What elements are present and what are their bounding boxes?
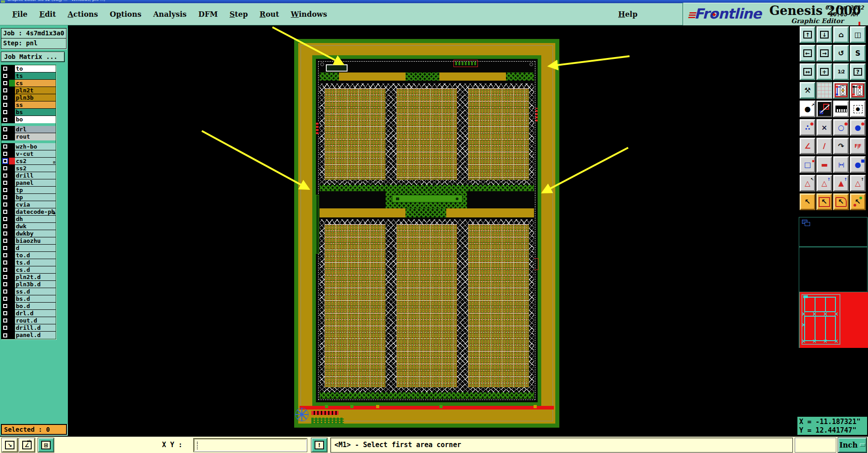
menu-options[interactable]: Options [104,7,148,21]
layer-row-cs[interactable]: cs [1,80,56,87]
net-pointer-select-button[interactable]: ↖ [850,193,866,210]
layer-row-pln3b[interactable]: pln3b [1,94,56,101]
layer-row-pln2t.d[interactable]: pln2t.d [1,274,56,281]
menu-analysis[interactable]: Analysis [147,7,192,21]
layer-checkbox-tp[interactable] [1,187,9,193]
layer-row-ss.d[interactable]: ss.d [1,288,56,295]
view-frame-up-button[interactable]: ↑ [800,26,816,43]
layer-checkbox-bo[interactable] [1,116,9,123]
menu-actions[interactable]: Actions [62,7,104,21]
layer-checkbox-datecode-pb[interactable] [1,208,9,215]
layer-row-bs[interactable]: bs [1,109,56,116]
layer-row-dwk[interactable]: dwk [1,223,56,230]
layer-checkbox-panel.d[interactable] [1,332,9,339]
minimap[interactable]: ×× ×× ×× ×× × [799,292,868,348]
layer-row-to[interactable]: to [1,65,56,72]
help-tool-button[interactable]: ? [850,63,866,80]
contour-tool-4-button[interactable]: △↑ [850,175,866,192]
grid-toggle-button[interactable] [816,82,832,99]
view-frame-down-button[interactable]: ↓ [816,26,832,43]
layer-row-cvia[interactable]: cvia [1,201,56,208]
layer-row-ts.d[interactable]: ts.d [1,259,56,266]
move-feature-button[interactable]: ●● [850,119,866,136]
layer-checkbox-pln2t[interactable] [1,87,9,94]
stretch-line-button[interactable]: ▬ [816,156,832,173]
layer-row-dh[interactable]: dh [1,216,56,223]
layer-row-ts[interactable]: ts [1,72,56,80]
layer-checkbox-ss[interactable] [1,101,9,108]
layer-checkbox-drill.d[interactable] [1,324,9,331]
layer-row-cs.d[interactable]: cs.d [1,266,56,274]
layer-display-button[interactable] [833,82,849,99]
zoom-ratio-1-2-button[interactable]: 1:2 [833,63,849,80]
layer-row-bp[interactable]: bp [1,194,56,201]
layer-checkbox-rout.d[interactable] [1,317,9,324]
split-window-xy-button[interactable]: ◫ [850,26,866,43]
layer-checkbox-drl.d[interactable] [1,310,9,317]
rotate-feature-button[interactable]: ↷ [833,138,849,154]
menu-file[interactable]: File [6,7,33,21]
layer-checkbox-pln3b[interactable] [1,94,9,101]
layer-checkbox-ss.d[interactable] [1,288,9,295]
layer-checkbox-cs.d[interactable] [1,266,9,273]
layer-checkbox-drl[interactable] [1,126,9,133]
select-reference-button[interactable] [816,101,832,117]
menu-step[interactable]: Step [224,7,253,21]
layer-row-bo[interactable]: bo [1,116,56,123]
menu-windows[interactable]: Windows [285,7,333,21]
layer-row-biaozhu[interactable]: biaozhu [1,237,56,245]
layer-row-pln3b.d[interactable]: pln3b.d [1,281,56,288]
layer-checkbox-to.d[interactable] [1,252,9,259]
contour-tool-2-button[interactable]: △↑ [816,175,832,192]
layer-checkbox-drill[interactable] [1,172,9,179]
pause-icon[interactable] [858,19,863,24]
serpentine-scan-button[interactable]: S [850,45,866,62]
layer-checkbox-panel[interactable] [1,179,9,186]
layer-checkbox-bs[interactable] [1,109,9,116]
layer-checkbox-bo.d[interactable] [1,303,9,309]
setup-tools-button[interactable]: ⚒ [800,82,816,99]
menu-edit[interactable]: Edit [33,7,62,21]
previous-view-button[interactable]: ↺ [833,45,849,62]
layer-row-panel[interactable]: panel [1,179,56,187]
center-view-button[interactable]: + [816,63,832,80]
layer-checkbox-dwk[interactable] [1,223,9,230]
layer-row-pln2t[interactable]: pln2t [1,87,56,94]
layer-checkbox-rout[interactable] [1,133,9,140]
layer-row-bs.d[interactable]: bs.d [1,295,56,303]
layer-checkbox-bp[interactable] [1,194,9,201]
alert-button[interactable]: ! [311,438,327,452]
home-view-button[interactable]: ⌂ [833,26,849,43]
zoom-area-button[interactable]: ↘ [2,438,18,452]
layer-row-drill[interactable]: drill [1,172,56,179]
layer-row-cs2[interactable]: cs2⊞ [1,158,56,165]
layer-row-rout[interactable]: rout [1,133,56,140]
pan-right-button[interactable]: → [816,45,832,62]
dimension-tool-button[interactable]: |↔| [833,156,849,173]
layer-row-dwkby[interactable]: dwkby [1,230,56,237]
layer-row-drill.d[interactable]: drill.d [1,324,56,332]
layer-checkbox-pln2t.d[interactable] [1,274,9,280]
draw-line-button[interactable]: / [816,138,832,154]
measure-ruler-button[interactable] [833,101,849,117]
menu-help[interactable]: Help [614,7,642,21]
layer-checkbox-ts[interactable] [1,72,9,79]
layer-row-v-cut[interactable]: v-cut [1,150,56,158]
layer-row-to.d[interactable]: to.d [1,252,56,259]
layer-checkbox-d[interactable] [1,245,9,251]
tile-windows-button[interactable]: ⊞ [38,438,54,452]
mirror-feature-button[interactable]: F|F [850,138,866,154]
layer-row-wzh-bo[interactable]: wzh-bo [1,143,56,150]
xy-input[interactable] [194,439,307,452]
copy-pad-button[interactable]: □▪ [800,156,816,173]
layer-checkbox-pln3b.d[interactable] [1,281,9,288]
layer-display-alt-button[interactable] [850,82,866,99]
contour-tool-1-button[interactable]: △↖ [800,175,816,192]
layer-row-tp[interactable]: tp [1,187,56,194]
layer-checkbox-biaozhu[interactable] [1,237,9,244]
units-dropdown[interactable]: Inch [838,438,867,453]
layer-checkbox-cs[interactable] [1,80,9,87]
delete-feature-button[interactable]: × [816,119,832,136]
measure-angle-button[interactable]: ∠ [800,138,816,154]
contour-tool-3-button[interactable]: ▲↑ [833,175,849,192]
